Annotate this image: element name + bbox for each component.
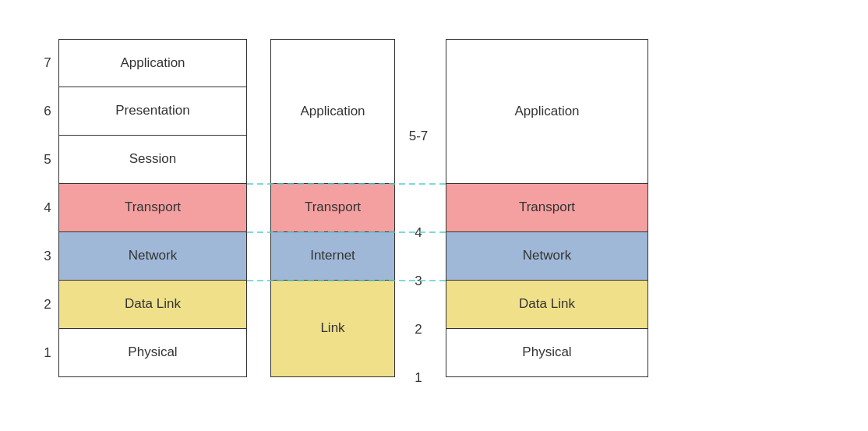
- tcpip-middle-layer-box: Internet: [270, 232, 395, 281]
- osi-layer-row: 6Presentation: [37, 87, 247, 136]
- tcpip-right-layer-box: Application: [446, 39, 648, 184]
- osi-layer-row: 3Network: [37, 232, 247, 281]
- middle-label: 1: [403, 354, 434, 402]
- middle-numbers: 5-74321: [403, 64, 434, 402]
- tcpip-right-row: Application: [446, 39, 648, 184]
- tcpip-right-row: Physical: [446, 329, 648, 377]
- layer-number: 5: [37, 136, 58, 184]
- tcpip-right-layer-box: Physical: [446, 329, 648, 377]
- layer-number: 1: [37, 329, 58, 377]
- middle-label: 4: [403, 209, 434, 257]
- tcpip-right-stack: ApplicationTransportNetworkData LinkPhys…: [446, 39, 648, 377]
- osi-layer-box: Network: [58, 232, 247, 281]
- tcpip-right-column: ApplicationTransportNetworkData LinkPhys…: [434, 30, 660, 377]
- tcpip-right-row: Transport: [446, 184, 648, 232]
- layer-number: 3: [37, 232, 58, 281]
- diagram: 7Application6Presentation5Session4Transp…: [21, 30, 847, 402]
- middle-label: 3: [403, 257, 434, 306]
- layer-number: 6: [37, 87, 58, 136]
- osi-layer-row: 7Application: [37, 39, 247, 87]
- tcpip-right-row: Network: [446, 232, 648, 281]
- tcpip-right-layer-box: Network: [446, 232, 648, 281]
- middle-label: 2: [403, 306, 434, 354]
- tcpip-right-row: Data Link: [446, 281, 648, 329]
- tcpip-middle-column: ApplicationTransportInternetLink: [263, 30, 403, 377]
- layer-number: 4: [37, 184, 58, 232]
- osi-layer-row: 1Physical: [37, 329, 247, 377]
- osi-layer-box: Session: [58, 136, 247, 184]
- osi-layer-row: 5Session: [37, 136, 247, 184]
- tcpip-right-layer-box: Transport: [446, 184, 648, 232]
- osi-layer-box: Transport: [58, 184, 247, 232]
- tcpip-middle-layer-box: Link: [270, 281, 395, 377]
- right-section: 5-74321 ApplicationTransportNetworkData …: [403, 30, 660, 402]
- osi-layer-box: Application: [58, 39, 247, 87]
- tcpip-middle-layer-box: Application: [270, 39, 395, 184]
- osi-layer-row: 2Data Link: [37, 281, 247, 329]
- tcpip-middle-stack: ApplicationTransportInternetLink: [270, 39, 395, 377]
- osi-layer-box: Presentation: [58, 87, 247, 136]
- layer-number: 7: [37, 39, 58, 87]
- osi-layer-box: Data Link: [58, 281, 247, 329]
- osi-layer-row: 4Transport: [37, 184, 247, 232]
- osi-column: 7Application6Presentation5Session4Transp…: [21, 30, 263, 377]
- osi-stack: 7Application6Presentation5Session4Transp…: [37, 39, 247, 377]
- tcpip-right-layer-box: Data Link: [446, 281, 648, 329]
- layer-number: 2: [37, 281, 58, 329]
- middle-label: 5-7: [403, 64, 434, 209]
- tcpip-middle-layer-box: Transport: [270, 184, 395, 232]
- osi-layer-box: Physical: [58, 329, 247, 377]
